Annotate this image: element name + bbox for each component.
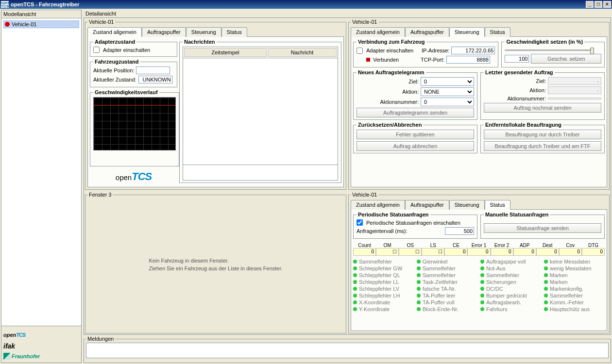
aktion-select[interactable]: NONE [421, 87, 474, 96]
tab-status-4[interactable]: Status [485, 200, 510, 210]
last-ziel-field: - [548, 77, 601, 85]
tab-steuerung[interactable]: Steuerung [186, 27, 221, 37]
led-icon [353, 294, 357, 298]
status-led-item: falsche TA-Nr. [417, 286, 477, 292]
pane-vehicle-status: Vehicle-01 Zustand allgemein Auftragspuf… [348, 192, 610, 333]
adapter-einschalten-2-checkbox[interactable] [357, 48, 363, 54]
treiber-ftf-button[interactable]: Beauftragung durch Treiber und am FTF [484, 141, 601, 151]
meldungen-body[interactable] [86, 343, 609, 358]
status-led-item: Sicherungen [480, 279, 541, 285]
tree-item-vehicle-01[interactable]: Vehicle-01 [3, 20, 79, 28]
led-icon [417, 266, 421, 270]
tab-zustand-4[interactable]: Zustand allgemein [351, 200, 405, 210]
close-button[interactable]: × [603, 1, 611, 8]
sidebar: Modellansicht Vehicle-01 openTCS ifak Fr… [1, 10, 82, 363]
led-icon [544, 260, 548, 264]
auftrag-senden-button[interactable]: Auftragstelegramm senden [357, 108, 474, 117]
messages-body[interactable] [183, 58, 338, 165]
anfrageintervall-field[interactable] [445, 227, 474, 235]
led-icon [417, 294, 421, 298]
statusanfrage-senden-button[interactable]: Statusanfrage senden [484, 223, 601, 233]
logo-fraunhofer: Fraunhofer [3, 353, 79, 360]
status-headers: CountOMOSLSCEError 1Error 2ADPDestCovDTG [353, 243, 605, 248]
tab-status[interactable]: Status [221, 27, 247, 37]
status-led-item: Schleppfehler QL [353, 272, 414, 278]
periodisch-checkbox[interactable] [357, 219, 363, 226]
led-icon [544, 280, 548, 284]
led-icon [480, 307, 484, 311]
led-icon [544, 307, 548, 311]
status-led-item: X-Koordinate [353, 299, 414, 305]
aktionsnummer-select[interactable]: 0 [421, 98, 474, 106]
led-icon [417, 273, 421, 277]
tab-auftragspuffer[interactable]: Auftragspuffer [142, 27, 186, 37]
titlebar: openTCS openTCS - Fahrzeugtreiber _ □ × [0, 0, 612, 9]
status-values: 0☐☐☐0000000 [353, 248, 605, 256]
meldungen-pane: Meldungen [84, 336, 611, 363]
led-icon [480, 280, 484, 284]
led-icon [353, 260, 357, 264]
status-led-item: Schleppfehler LH [353, 293, 414, 298]
treiber-only-button[interactable]: Beauftragung nur durch Treiber [484, 130, 601, 139]
status-led-item: Marken [544, 279, 605, 285]
adapter-einschalten-checkbox[interactable] [93, 47, 100, 53]
tab-zustand-2[interactable]: Zustand allgemein [351, 27, 405, 37]
status-led-item: TA-Puffer voll [417, 299, 477, 305]
tab-status-2[interactable]: Status [485, 27, 510, 37]
tab-steuerung-4[interactable]: Steuerung [449, 200, 485, 210]
led-icon [544, 300, 548, 304]
tree-item-label: Vehicle-01 [12, 21, 36, 27]
tab-steuerung-2[interactable]: Steuerung [449, 27, 485, 37]
last-aktnr-field [548, 98, 601, 99]
status-led-item: Sammelfehler [480, 272, 541, 278]
status-led-item: Markenkonfig. [544, 286, 605, 292]
status-led-item: Y-Koordinate [353, 306, 414, 312]
tab-auftragspuffer-4[interactable]: Auftragspuffer [405, 200, 449, 210]
logo-opentcs: openTCS [3, 329, 79, 339]
led-icon [544, 266, 548, 270]
led-icon [480, 273, 484, 277]
tcp-port-field[interactable] [446, 56, 490, 64]
ip-address-field[interactable] [451, 47, 495, 54]
speed-set-button[interactable]: Geschw. setzen [531, 54, 601, 64]
led-icon [480, 287, 484, 291]
aktueller-zustand-field [138, 76, 172, 83]
led-icon [353, 307, 357, 311]
ziel-select[interactable]: 0 [421, 77, 474, 86]
tab-auftragspuffer-2[interactable]: Auftragspuffer [405, 27, 449, 37]
connection-status-icon [366, 58, 370, 62]
led-icon [353, 280, 357, 284]
led-icon [417, 307, 421, 311]
status-led-item: Auftragspipe voll [480, 259, 541, 265]
led-icon [480, 300, 484, 304]
fehler-quittieren-button[interactable]: Fehler quittieren [357, 130, 474, 139]
speed-value-field[interactable] [505, 55, 529, 63]
maximize-button[interactable]: □ [595, 1, 602, 8]
pane-fenster-3[interactable]: Fenster 3 Kein Fahrzeug in diesem Fenste… [85, 192, 346, 333]
pane-vehicle-steuerung: Vehicle-01 Zustand allgemein Auftragspuf… [348, 19, 610, 190]
auftrag-nochmal-button[interactable]: Auftrag nochmal senden [484, 103, 601, 113]
status-led-item: Schleppfehler GW [353, 265, 414, 271]
status-led-item: DC/DC [480, 286, 541, 292]
app-icon: openTCS [1, 1, 9, 8]
auftrag-abbrechen-button[interactable]: Auftrag abbrechen [357, 141, 474, 151]
led-icon [353, 287, 357, 291]
status-led-item: Sammelfehler [417, 272, 477, 278]
speed-slider[interactable] [505, 50, 592, 51]
minimize-button[interactable]: _ [586, 1, 594, 8]
model-tree[interactable]: Vehicle-01 [1, 18, 81, 326]
status-led-item: Sammelfehler [544, 293, 605, 298]
status-led-item: Schleppfehler LL [353, 279, 414, 285]
status-led-item: wenig Messdaten [544, 265, 605, 271]
status-led-grid: SammelfehlerGierwinkelAuftragspipe vollk… [353, 259, 605, 312]
last-aktion-field: - [548, 86, 601, 94]
logo-ifak: ifak [3, 342, 79, 350]
status-led-item: Block-Ende-Nr. [417, 306, 477, 312]
sidebar-header: Modellansicht [1, 10, 81, 18]
led-icon [544, 287, 548, 291]
led-icon [544, 294, 548, 298]
status-led-item: Task-Zeitfehler [417, 279, 477, 285]
tab-zustand[interactable]: Zustand allgemein [87, 27, 142, 37]
messages-table: ZeitstempelNachricht [183, 47, 338, 58]
messages-footer [183, 165, 338, 181]
